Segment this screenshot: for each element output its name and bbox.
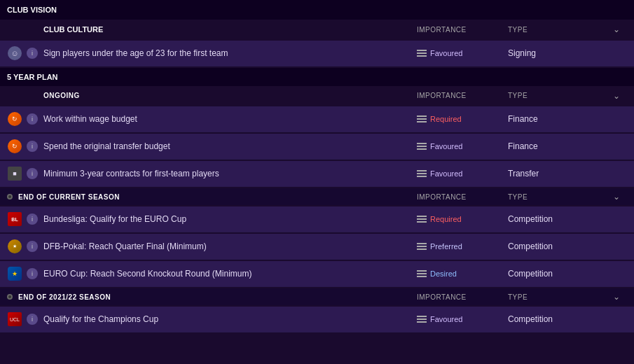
chevron-ongoing[interactable]: ⌄ (613, 91, 627, 101)
euro-icon: ★ (7, 266, 22, 281)
label-spend-transfer: Spend the original transfer budget (43, 141, 417, 151)
importance-lines-3 (417, 143, 427, 150)
importance-sign-u23: Favoured (417, 49, 508, 57)
type-euro-knockout: Competition (508, 269, 613, 279)
importance-spend-transfer: Favoured (417, 142, 508, 150)
page-title: CLUB VISION (7, 6, 57, 14)
row-spend-transfer[interactable]: ↻ i Spend the original transfer budget F… (0, 134, 634, 160)
importance-lines-8 (417, 316, 427, 323)
importance-min-3yr: Favoured (417, 169, 508, 178)
ongoing-label: ONGOING (43, 89, 417, 102)
info-icon-sign-u23[interactable]: i (27, 48, 38, 59)
importance-dfb-quarter: Preferred (417, 242, 508, 251)
circle-arrow-icon-2: ↻ (7, 139, 22, 154)
importance-lines-6 (417, 243, 427, 250)
ongoing-header-row: ONGOING IMPORTANCE TYPE ⌄ (0, 86, 634, 105)
end-2021-22-season-row: END OF 2021/22 SEASON IMPORTANCE TYPE ⌄ (0, 288, 634, 305)
info-icon-work-wage[interactable]: i (27, 113, 38, 125)
col-importance-culture: IMPORTANCE (417, 26, 508, 34)
info-icon-min-3yr[interactable]: i (27, 168, 38, 179)
type-bundesliga-euro: Competition (508, 214, 613, 224)
importance-lines-5 (417, 216, 427, 223)
label-sign-u23: Sign players under the age of 23 for the… (43, 48, 417, 58)
info-icon-champions[interactable]: i (27, 314, 38, 325)
club-culture-section: CLUB CULTURE IMPORTANCE TYPE ⌄ ☺ i Sign … (0, 20, 634, 66)
row-work-wage[interactable]: ↻ i Work within wage budget Required Fin… (0, 106, 634, 132)
row-min-3yr[interactable]: ■ i Minimum 3-year contracts for first-t… (0, 161, 634, 187)
label-min-3yr: Minimum 3-year contracts for first-team … (43, 169, 417, 178)
row-euro-cup-knockout[interactable]: ★ i EURO Cup: Reach Second Knockout Roun… (0, 261, 634, 287)
importance-lines-2 (417, 115, 427, 122)
info-icon-spend-transfer[interactable]: i (27, 141, 38, 152)
chevron-season[interactable]: ⌄ (613, 192, 627, 202)
circle-arrow-icon-1: ↻ (7, 111, 22, 127)
type-dfb-quarter: Competition (508, 241, 613, 251)
importance-lines-4 (417, 170, 427, 177)
col-type-ongoing: TYPE (508, 92, 613, 99)
square-icon: ■ (7, 166, 22, 181)
importance-lines-7 (417, 270, 427, 277)
five-year-plan-header: 5 YEAR PLAN (0, 68, 634, 86)
info-icon-euro-cup[interactable]: i (27, 268, 38, 279)
dfb-icon: ★ (7, 239, 22, 254)
col-type-culture: TYPE (508, 26, 613, 34)
importance-champions-cup: Favoured (417, 315, 508, 323)
end-current-season-row: END OF CURRENT SEASON IMPORTANCE TYPE ⌄ (0, 188, 634, 205)
col-importance-2021: IMPORTANCE (417, 293, 508, 301)
col-type-season: TYPE (508, 193, 613, 201)
person-icon: ☺ (7, 46, 22, 61)
row-bundesliga-euro[interactable]: BL i Bundesliga: Qualify for the EURO Cu… (0, 206, 634, 232)
end-current-season-label: END OF CURRENT SEASON (18, 193, 417, 201)
season-dot-current (7, 194, 13, 200)
chevron-2021[interactable]: ⌄ (613, 292, 627, 302)
label-euro-cup-knockout: EURO Cup: Reach Second Knockout Round (M… (43, 269, 417, 279)
club-culture-header-row: CLUB CULTURE IMPORTANCE TYPE ⌄ (0, 20, 634, 39)
five-year-plan-section: 5 YEAR PLAN ONGOING IMPORTANCE TYPE ⌄ ↻ … (0, 68, 634, 332)
type-min-3yr: Transfer (508, 169, 613, 178)
bundesliga-icon: BL (7, 211, 22, 227)
col-importance-season: IMPORTANCE (417, 193, 508, 201)
info-icon-bundesliga[interactable]: i (27, 214, 38, 225)
season-dot-2021 (7, 294, 13, 300)
importance-lines-icon (417, 50, 427, 57)
label-bundesliga-euro: Bundesliga: Qualify for the EURO Cup (43, 214, 417, 224)
type-work-wage: Finance (508, 114, 613, 124)
col-type-2021: TYPE (508, 293, 613, 301)
end-2021-22-label: END OF 2021/22 SEASON (18, 293, 417, 301)
row-sign-u23[interactable]: ☺ i Sign players under the age of 23 for… (0, 41, 634, 66)
row-dfb-quarter[interactable]: ★ i DFB-Pokal: Reach Quarter Final (Mini… (0, 234, 634, 260)
importance-bundesliga-euro: Required (417, 215, 508, 223)
col-importance-ongoing: IMPORTANCE (417, 92, 508, 99)
club-vision-header: CLUB VISION (0, 0, 634, 20)
chevron-culture[interactable]: ⌄ (613, 24, 627, 34)
type-sign-u23: Signing (508, 48, 613, 58)
row-champions-cup[interactable]: UCL i Qualify for the Champions Cup Favo… (0, 307, 634, 332)
importance-euro-knockout: Desired (417, 270, 508, 278)
type-spend-transfer: Finance (508, 141, 613, 151)
info-icon-dfb[interactable]: i (27, 241, 38, 252)
type-champions-cup: Competition (508, 314, 613, 324)
champions-icon: UCL (7, 312, 22, 327)
importance-work-wage: Required (417, 115, 508, 123)
label-work-wage: Work within wage budget (43, 114, 417, 124)
club-culture-label: CLUB CULTURE (43, 22, 417, 36)
label-dfb-quarter: DFB-Pokal: Reach Quarter Final (Minimum) (43, 241, 417, 251)
label-champions-cup: Qualify for the Champions Cup (43, 314, 417, 324)
